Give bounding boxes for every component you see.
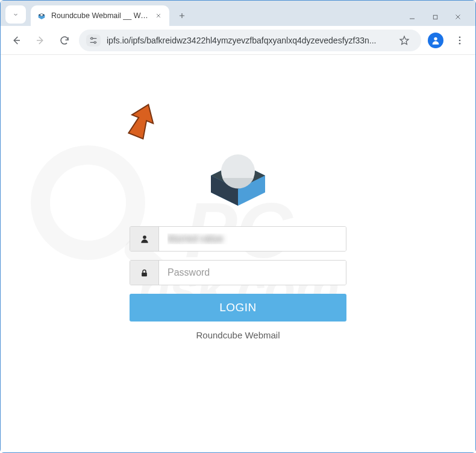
plus-icon bbox=[178, 11, 186, 20]
reload-button[interactable] bbox=[55, 31, 74, 50]
tabs-dropdown-button[interactable] bbox=[5, 5, 26, 24]
minimize-button[interactable] bbox=[408, 13, 416, 21]
username-input[interactable] bbox=[159, 227, 346, 251]
site-info-button[interactable] bbox=[86, 34, 101, 46]
back-button[interactable] bbox=[7, 31, 26, 50]
page-content: PC risk.com bbox=[1, 55, 475, 452]
browser-menu-button[interactable] bbox=[450, 31, 469, 50]
roundcube-logo-icon bbox=[202, 139, 274, 212]
close-icon bbox=[155, 13, 161, 19]
tab-bar: Roundcube Webmail __ Welcom bbox=[1, 1, 475, 26]
kebab-icon bbox=[454, 35, 465, 46]
url-text: ipfs.io/ipfs/bafkreidwz3422hl4ymzyevzfba… bbox=[107, 36, 389, 45]
password-row bbox=[130, 260, 346, 285]
bookmark-button[interactable] bbox=[395, 31, 414, 50]
tab-favicon-icon bbox=[37, 11, 46, 21]
user-icon bbox=[130, 227, 159, 251]
browser-tab[interactable]: Roundcube Webmail __ Welcom bbox=[31, 5, 169, 26]
svg-point-3 bbox=[94, 41, 96, 43]
pointer-arrow-annotation bbox=[120, 102, 162, 144]
new-tab-button[interactable] bbox=[173, 7, 191, 25]
svg-point-9 bbox=[143, 236, 146, 239]
maximize-icon bbox=[432, 14, 439, 21]
lock-icon bbox=[130, 261, 159, 285]
username-row bbox=[130, 226, 346, 252]
svg-point-4 bbox=[434, 37, 437, 40]
browser-toolbar: ipfs.io/ipfs/bafkreidwz3422hl4ymzyevzfba… bbox=[1, 26, 475, 55]
footer-text: Roundcube Webmail bbox=[196, 330, 280, 340]
chevron-down-icon bbox=[12, 11, 19, 18]
login-button[interactable]: LOGIN bbox=[130, 294, 346, 322]
svg-rect-1 bbox=[433, 15, 437, 19]
close-icon bbox=[454, 13, 462, 21]
forward-button[interactable] bbox=[31, 31, 50, 50]
svg-point-0 bbox=[40, 14, 43, 16]
login-panel: LOGIN Roundcube Webmail bbox=[130, 139, 346, 340]
password-input[interactable] bbox=[159, 261, 346, 285]
tune-icon bbox=[89, 36, 98, 45]
svg-point-5 bbox=[459, 36, 461, 38]
avatar-icon bbox=[428, 33, 443, 48]
address-bar[interactable]: ipfs.io/ipfs/bafkreidwz3422hl4ymzyevzfba… bbox=[79, 30, 421, 51]
close-window-button[interactable] bbox=[454, 13, 462, 21]
tab-title: Roundcube Webmail __ Welcom bbox=[51, 11, 150, 20]
star-icon bbox=[399, 35, 410, 46]
svg-rect-10 bbox=[142, 272, 147, 276]
profile-button[interactable] bbox=[426, 31, 445, 50]
svg-point-2 bbox=[91, 37, 93, 39]
minimize-icon bbox=[409, 13, 416, 21]
arrow-right-icon bbox=[35, 35, 46, 46]
window-controls bbox=[408, 10, 471, 26]
arrow-left-icon bbox=[11, 35, 22, 46]
svg-point-6 bbox=[459, 39, 461, 41]
maximize-button[interactable] bbox=[431, 13, 439, 21]
svg-point-7 bbox=[459, 42, 461, 44]
tab-close-button[interactable] bbox=[154, 11, 163, 21]
reload-icon bbox=[59, 35, 70, 46]
